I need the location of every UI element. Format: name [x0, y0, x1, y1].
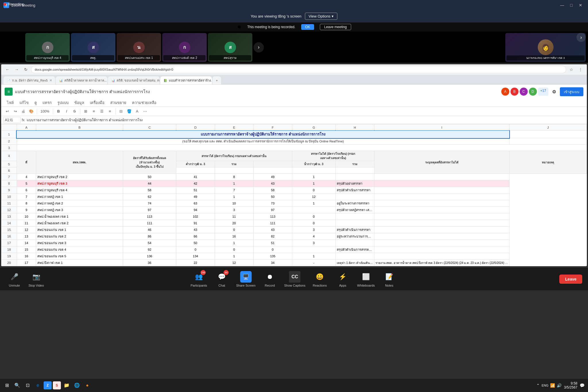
- cell-col2[interactable]: 1: [215, 180, 254, 187]
- record-button[interactable]: ⏺ Record: [261, 271, 278, 287]
- taskbar-edge-browser-icon[interactable]: e: [33, 381, 42, 390]
- chat-button[interactable]: 💬 44 Chat: [213, 271, 230, 287]
- cell-dept[interactable]: สพป.ขอนแก่น เขต 2: [36, 233, 123, 240]
- cell-no[interactable]: 16: [17, 253, 36, 260]
- cell-col1[interactable]: 41: [176, 174, 215, 180]
- cell[interactable]: [292, 167, 335, 174]
- minimize-button[interactable]: —: [558, 2, 566, 8]
- cell-col1[interactable]: 63: [176, 200, 215, 207]
- cell-col4[interactable]: [292, 207, 335, 213]
- cell-sum[interactable]: 113: [254, 213, 292, 220]
- windows-start-button[interactable]: ⊞: [2, 381, 11, 390]
- cell-col1[interactable]: 42: [176, 180, 215, 187]
- cell-col2[interactable]: 20: [215, 220, 254, 227]
- cell-remark[interactable]: รายงาน สพต. อาคารน้ำตาล สพป.บึงกาฬ เขต 3…: [374, 260, 509, 266]
- cell-total[interactable]: 54: [123, 240, 176, 246]
- cell-col2[interactable]: 3: [215, 207, 254, 213]
- menu-item-tools[interactable]: เครื่องมือ: [88, 99, 107, 106]
- toolbar-bold-button[interactable]: B: [55, 108, 62, 115]
- participants-next-button[interactable]: ›: [254, 42, 264, 53]
- cell-total[interactable]: 136: [123, 253, 176, 260]
- menu-item-data[interactable]: ข้อมูล: [72, 99, 86, 106]
- cell-notes[interactable]: [336, 194, 374, 200]
- sheets-settings-icon[interactable]: ⚙: [550, 88, 558, 96]
- cell-sum[interactable]: 111: [254, 220, 292, 227]
- cell-no[interactable]: 9: [17, 207, 36, 213]
- cell-no[interactable]: 17: [17, 260, 36, 266]
- tab-close-icon[interactable]: ✕: [49, 78, 52, 82]
- cell-col4[interactable]: 3: [292, 227, 335, 233]
- toolbar-align-center-button[interactable]: ☰: [98, 108, 106, 115]
- cell-col1[interactable]: 51: [176, 187, 215, 194]
- cell-sum[interactable]: 97: [254, 207, 292, 213]
- cell-no[interactable]: 4: [17, 174, 36, 180]
- browser-forward-button[interactable]: →: [13, 65, 21, 74]
- recording-ok-button[interactable]: OK: [301, 24, 314, 30]
- cell-notes[interactable]: สรุปตัวดำเนินการสรรหา: [336, 227, 374, 233]
- cell-sum[interactable]: 73: [254, 200, 292, 207]
- sheets-content[interactable]: A B C D E F G H I J: [1, 124, 587, 266]
- cell-no[interactable]: 12: [17, 227, 36, 233]
- cell-col2[interactable]: 10: [215, 200, 254, 207]
- cell-total[interactable]: 74: [123, 200, 176, 207]
- cell-col4[interactable]: 3: [292, 240, 335, 246]
- cell-dept[interactable]: สพป.กาญจนบุรี เขต 2: [36, 174, 123, 180]
- toolbar-merge-button[interactable]: ⊞: [82, 108, 90, 115]
- cell-col4[interactable]: [292, 246, 335, 253]
- cell[interactable]: [509, 138, 587, 145]
- menu-item-view[interactable]: ดู: [32, 99, 39, 106]
- leave-button[interactable]: Leave: [559, 275, 582, 284]
- taskbar-search-button[interactable]: 🔍: [13, 381, 22, 390]
- toolbar-print-button[interactable]: 🖨: [20, 108, 27, 115]
- browser-back-button[interactable]: ←: [3, 65, 11, 74]
- sheets-document-title[interactable]: แบบสำรวจการสรรหาอัตราจ้างผู้ปฏิบัติงานให…: [15, 88, 499, 95]
- browser-tab-3[interactable]: 📊 สถิติ: ขอบเขตน้ำตาลไทยสม. #s.. ✕: [108, 76, 160, 84]
- cell-notes[interactable]: สรุปตัวกาลสฎ์สรรหา เสนอเดินใบน้ำตาลไปสำเ…: [336, 207, 374, 213]
- toolbar-italic-button[interactable]: I: [63, 108, 70, 115]
- cell-dept[interactable]: สพป.กาลสฎ์ เขต 2: [36, 200, 123, 207]
- cell-sum[interactable]: 82: [254, 233, 292, 240]
- cell-col1[interactable]: 134: [176, 253, 215, 260]
- share-screen-button[interactable]: 🖥️ Share Screen: [236, 271, 255, 287]
- cell-sum[interactable]: 34: [254, 260, 292, 266]
- cell-no[interactable]: 10: [17, 213, 36, 220]
- cell-col4[interactable]: 0: [292, 213, 335, 220]
- close-button[interactable]: ✕: [577, 2, 585, 8]
- cell-col4[interactable]: 12: [292, 194, 335, 200]
- cell-remark[interactable]: [374, 207, 509, 213]
- cell-col2[interactable]: 12: [215, 260, 254, 266]
- cell-remark[interactable]: [374, 233, 509, 240]
- cell[interactable]: [17, 145, 587, 151]
- menu-item-help[interactable]: ความช่วยเหลือ: [130, 99, 159, 106]
- cell-no[interactable]: 13: [17, 233, 36, 240]
- cell-col1[interactable]: 94: [176, 207, 215, 213]
- cell-remark[interactable]: [374, 220, 509, 227]
- cell-sum[interactable]: 43: [254, 180, 292, 187]
- cell-total[interactable]: 111: [123, 220, 176, 227]
- cell-sum[interactable]: 51: [254, 240, 292, 246]
- taskbar-explorer-icon[interactable]: 📁: [62, 381, 71, 390]
- title-cell[interactable]: แบบรายงานการสรรหาอัตราจ้างผู้ปฏิบัติงานใ…: [17, 131, 509, 138]
- cell-col4[interactable]: 4: [292, 233, 335, 240]
- cell-col1[interactable]: 22: [176, 260, 215, 266]
- cell-dept[interactable]: สพป.น้ำพองแพร เขต 2: [36, 220, 123, 227]
- toolbar-paint-format-button[interactable]: 🎨: [28, 108, 35, 115]
- cell-dept[interactable]: สพป.กาญจนบุรี เขต 3: [36, 180, 123, 187]
- cell-notes[interactable]: [336, 240, 374, 246]
- notes-button[interactable]: 📝 Notes: [381, 271, 398, 287]
- whiteboards-button[interactable]: ⬜ Whiteboards: [357, 271, 375, 287]
- stop-video-button[interactable]: 📷 Stop Video: [28, 271, 45, 287]
- cell-total[interactable]: 50: [123, 174, 176, 180]
- cell-sum[interactable]: 135: [254, 253, 292, 260]
- cell-col1[interactable]: 102: [176, 213, 215, 220]
- more-users-badge[interactable]: +17: [538, 88, 548, 96]
- cell-remark[interactable]: [374, 227, 509, 233]
- cell-notes[interactable]: อยู่ในระหว่างการสรรหา: [336, 200, 374, 207]
- toolbar-borders-button[interactable]: ⊟: [117, 108, 125, 115]
- cell-col1[interactable]: 91: [176, 220, 215, 227]
- cell[interactable]: [176, 167, 215, 174]
- cell-col2[interactable]: 1: [215, 240, 254, 246]
- participants-button[interactable]: 👥 298 Participants: [190, 271, 207, 287]
- cell-col1[interactable]: 0: [176, 246, 215, 253]
- toolbar-fill-color-button[interactable]: 🪣: [125, 108, 133, 115]
